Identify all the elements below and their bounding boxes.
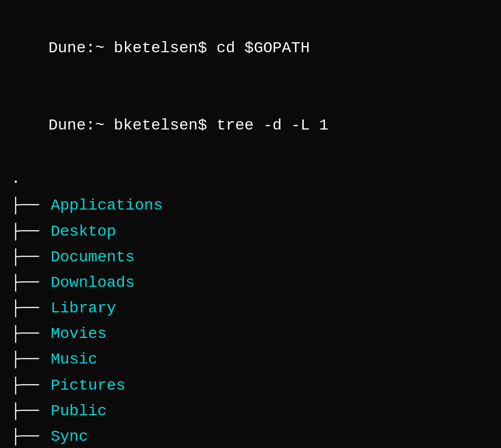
dir-name-movies: Movies (51, 321, 107, 347)
tree-item-public: ├── Public (11, 399, 490, 424)
tree-item-library: ├── Library (11, 296, 490, 321)
tree-connector-documents: ├── (11, 245, 48, 270)
prompt-line-1: Dune:~ bketelsen$ cd $GOPATH (11, 10, 490, 87)
tree-connector-desktop: ├── (11, 219, 48, 245)
tree-item-music: ├── Music (11, 347, 490, 372)
prompt-line-2: Dune:~ bketelsen$ tree -d -L 1 (11, 87, 490, 165)
tree-container: ├── Applications├── Desktop├── Documents… (11, 193, 490, 448)
tree-root: . (11, 166, 490, 192)
tree-item-pictures: ├── Pictures (11, 373, 490, 399)
dir-name-sync: Sync (51, 424, 88, 448)
dir-name-pictures: Pictures (51, 373, 125, 399)
terminal: Dune:~ bketelsen$ cd $GOPATH Dune:~ bket… (11, 10, 490, 438)
tree-connector-sync: ├── (11, 424, 48, 448)
dir-name-documents: Documents (51, 245, 134, 270)
tree-item-desktop: ├── Desktop (11, 219, 490, 245)
dir-name-library: Library (51, 296, 116, 321)
tree-connector-music: ├── (11, 347, 48, 372)
dir-name-public: Public (51, 399, 107, 424)
dir-name-downloads: Downloads (51, 270, 134, 296)
tree-connector-applications: ├── (11, 193, 48, 218)
prompt-text-1: Dune:~ bketelsen$ cd $GOPATH (48, 39, 309, 57)
tree-connector-downloads: ├── (11, 270, 48, 296)
dir-name-music: Music (51, 347, 97, 372)
tree-connector-pictures: ├── (11, 373, 48, 399)
tree-item-movies: ├── Movies (11, 321, 490, 347)
dir-name-applications: Applications (51, 193, 163, 218)
prompt-text-2: Dune:~ bketelsen$ tree -d -L 1 (48, 117, 328, 134)
dir-name-desktop: Desktop (51, 219, 116, 245)
tree-connector-movies: ├── (11, 321, 48, 347)
tree-item-documents: ├── Documents (11, 245, 490, 270)
tree-connector-public: ├── (11, 399, 48, 424)
tree-item-downloads: ├── Downloads (11, 270, 490, 296)
tree-item-sync: ├── Sync (11, 424, 490, 448)
tree-connector-library: ├── (11, 296, 48, 321)
tree-item-applications: ├── Applications (11, 193, 490, 218)
